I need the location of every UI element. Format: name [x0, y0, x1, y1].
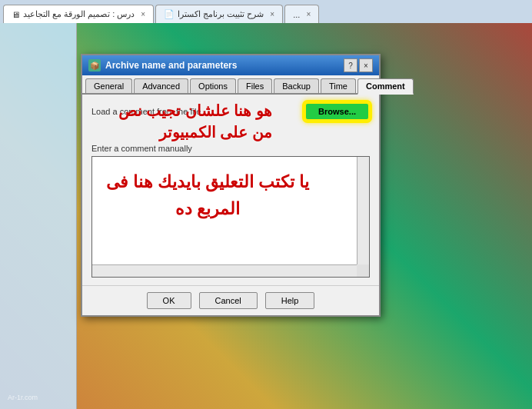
- tab-3[interactable]: ... ×: [284, 5, 319, 23]
- enter-comment-label: Enter a comment manually: [91, 144, 370, 153]
- tab-advanced[interactable]: Advanced: [134, 78, 188, 93]
- tab-files[interactable]: Files: [238, 78, 272, 93]
- content-area: 📦 Archive name and parameters ? × Genera…: [0, 23, 532, 409]
- tab-close-3[interactable]: ×: [306, 10, 311, 18]
- vertical-scrollbar[interactable]: [357, 157, 369, 264]
- watermark: Ar-1r.com: [8, 394, 38, 401]
- archive-dialog: 📦 Archive name and parameters ? × Genera…: [81, 54, 381, 317]
- dialog-title-section: 📦 Archive name and parameters: [88, 59, 237, 71]
- tab-options[interactable]: Options: [190, 78, 236, 93]
- archive-icon: 📦: [90, 62, 99, 70]
- cancel-button[interactable]: Cancel: [199, 292, 258, 309]
- tab-label-3: ...: [293, 10, 300, 19]
- dialog-footer: OK Cancel Help: [82, 285, 379, 315]
- tab-close-1[interactable]: ×: [141, 10, 145, 18]
- dialog-titlebar: 📦 Archive name and parameters ? ×: [82, 55, 379, 75]
- tab-2[interactable]: 📄 شرح تثبيت برنامج اكسترا ×: [155, 5, 283, 23]
- browse-button[interactable]: Browse...: [304, 102, 370, 121]
- tab-icon-2: 📄: [164, 9, 175, 19]
- ok-button[interactable]: OK: [147, 292, 191, 309]
- left-panel: [0, 23, 77, 409]
- tab-backup[interactable]: Backup: [274, 78, 319, 93]
- browser-tabs-bar: 🖥 درس : تصميم الورقة مع التجاعيد × 📄 شرح…: [0, 0, 532, 23]
- comment-textarea[interactable]: [92, 157, 357, 277]
- tab-general[interactable]: General: [85, 78, 132, 93]
- dialog-window-controls: ? ×: [344, 58, 373, 72]
- tab-active[interactable]: 🖥 درس : تصميم الورقة مع التجاعيد ×: [3, 5, 154, 23]
- tab-time[interactable]: Time: [321, 78, 356, 93]
- tab-label-2: شرح تثبيت برنامج اكسترا: [178, 9, 264, 19]
- dialog-title-icon: 📦: [88, 59, 101, 71]
- horizontal-scrollbar[interactable]: [92, 264, 357, 277]
- tab-label-1: درس : تصميم الورقة مع التجاعيد: [23, 9, 135, 19]
- comment-textarea-wrapper: يا تكتب التعليق بايديك هنا فى المربع ده: [91, 156, 370, 278]
- tab-icon: 🖥: [12, 10, 20, 19]
- scrollbar-corner: [357, 264, 369, 277]
- dialog-content: Load a comment from the file Browse... ه…: [82, 95, 379, 285]
- help-button[interactable]: ?: [344, 58, 357, 72]
- tab-close-2[interactable]: ×: [270, 10, 274, 18]
- arabic-annotation-top: هو هنا علشان تجيب نص من على الكمبيوتر: [95, 100, 272, 143]
- close-button[interactable]: ×: [359, 58, 373, 72]
- help-footer-button[interactable]: Help: [265, 292, 315, 309]
- tab-comment[interactable]: Comment: [357, 78, 414, 95]
- dialog-title-text: Archive name and parameters: [105, 60, 237, 71]
- dialog-tab-bar: General Advanced Options Files Backup Ti…: [82, 75, 379, 95]
